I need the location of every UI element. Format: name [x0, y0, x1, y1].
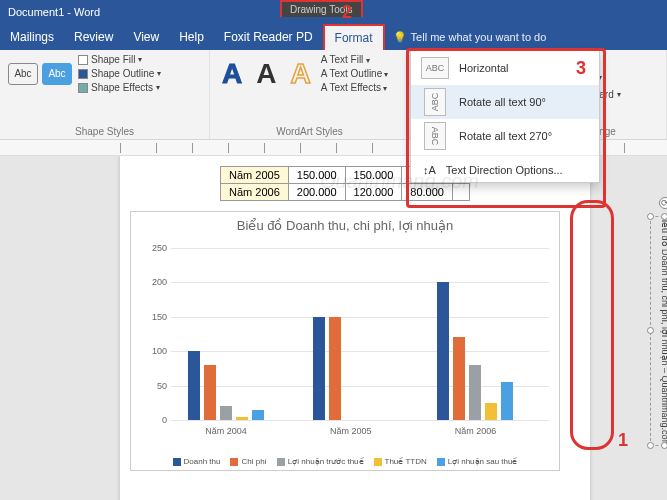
app-name: Word	[74, 6, 100, 18]
tab-mailings[interactable]: Mailings	[0, 25, 64, 49]
bar	[453, 337, 465, 420]
table-row: Năm 2006 200.000 120.000 80.000	[221, 184, 470, 201]
pen-icon	[78, 69, 88, 79]
effects-icon	[78, 83, 88, 93]
chart-title: Biểu đồ Doanh thu, chi phí, lợi nhuận	[131, 212, 559, 235]
bar	[236, 417, 248, 420]
horizontal-icon: ABC	[421, 57, 449, 79]
wordart-style[interactable]: A	[252, 58, 280, 90]
resize-handle[interactable]	[661, 442, 667, 449]
bar	[437, 282, 449, 420]
tell-me[interactable]: 💡 Tell me what you want to do	[393, 31, 547, 44]
resize-handle[interactable]	[647, 442, 654, 449]
bar	[469, 365, 481, 420]
separator	[411, 155, 599, 156]
bar	[313, 317, 325, 420]
titlebar: Document1 - Word Drawing Tools	[0, 0, 667, 24]
rotate270-icon: ABC	[424, 122, 446, 150]
bar	[252, 410, 264, 420]
resize-handle[interactable]	[661, 213, 667, 220]
text-fill-button[interactable]: A Text Fill	[321, 54, 389, 65]
textbox-text: Biểu đồ Doanh thu, chi phí, lợi nhuận – …	[660, 214, 667, 447]
chart-legend: Doanh thuChi phíLợi nhuận trước thuếThuế…	[131, 457, 559, 466]
document-area: Năm 2005 150.000 150.000 Năm 2006 200.00…	[0, 156, 667, 500]
chart[interactable]: Biểu đồ Doanh thu, chi phí, lợi nhuận 05…	[130, 211, 560, 471]
shape-outline-button[interactable]: Shape Outline	[78, 68, 161, 79]
group-wordart: A A A A Text Fill A Text Outline A Text …	[210, 50, 410, 139]
paint-icon	[78, 55, 88, 65]
bulb-icon: 💡	[393, 31, 407, 44]
wordart-style[interactable]: A	[286, 58, 314, 90]
shape-style-thumb[interactable]: Abc	[8, 63, 38, 85]
shape-fill-button[interactable]: Shape Fill	[78, 54, 161, 65]
text-effects-button[interactable]: A Text Effects	[321, 82, 389, 93]
bar	[501, 382, 513, 420]
bar	[485, 403, 497, 420]
tab-format[interactable]: Format	[323, 24, 385, 50]
resize-handle[interactable]	[647, 213, 654, 220]
text-box[interactable]: ⟳ Biểu đồ Doanh thu, chi phí, lợi nhuận …	[650, 216, 667, 446]
chart-plot: 050100150200250Năm 2004Năm 2005Năm 2006	[171, 248, 549, 420]
tab-review[interactable]: Review	[64, 25, 123, 49]
group-shape-styles: Abc Abc Shape Fill Shape Outline Shape E…	[0, 50, 210, 139]
text-effects-icon: A	[321, 82, 327, 93]
bar	[220, 406, 232, 420]
group-label: WordArt Styles	[218, 126, 401, 137]
dd-horizontal[interactable]: ABC Horizontal	[411, 51, 599, 85]
tab-view[interactable]: View	[123, 25, 169, 49]
dd-rotate-270[interactable]: ABC Rotate all text 270°	[411, 119, 599, 153]
text-outline-button[interactable]: A Text Outline	[321, 68, 389, 79]
doc-title: Document1	[8, 6, 64, 18]
dd-rotate-90[interactable]: ABC Rotate all text 90°	[411, 85, 599, 119]
tab-help[interactable]: Help	[169, 25, 214, 49]
callout-2: 2	[342, 2, 352, 23]
tab-foxit[interactable]: Foxit Reader PD	[214, 25, 323, 49]
text-direction-dropdown: ABC Horizontal ABC Rotate all text 90° A…	[410, 50, 600, 183]
callout-3: 3	[576, 58, 586, 79]
rotate90-icon: ABC	[424, 88, 446, 116]
shape-effects-button[interactable]: Shape Effects	[78, 82, 161, 93]
bar	[188, 351, 200, 420]
bar	[329, 317, 341, 420]
shape-style-thumb[interactable]: Abc	[42, 63, 72, 85]
page: Năm 2005 150.000 150.000 Năm 2006 200.00…	[120, 156, 590, 500]
row-head: Năm 2005	[221, 167, 289, 184]
dd-options[interactable]: ↕A Text Direction Options...	[411, 158, 599, 182]
rotate-handle[interactable]: ⟳	[659, 197, 667, 209]
row-head: Năm 2006	[221, 184, 289, 201]
ribbon-tabs: Mailings Review View Help Foxit Reader P…	[0, 24, 667, 50]
callout-1: 1	[618, 430, 628, 451]
bar	[204, 365, 216, 420]
options-icon: ↕A	[423, 164, 436, 176]
wordart-style[interactable]: A	[218, 58, 246, 90]
text-fill-icon: A	[321, 54, 327, 65]
group-label: Shape Styles	[8, 126, 201, 137]
resize-handle[interactable]	[647, 327, 654, 334]
text-outline-icon: A	[321, 68, 327, 79]
